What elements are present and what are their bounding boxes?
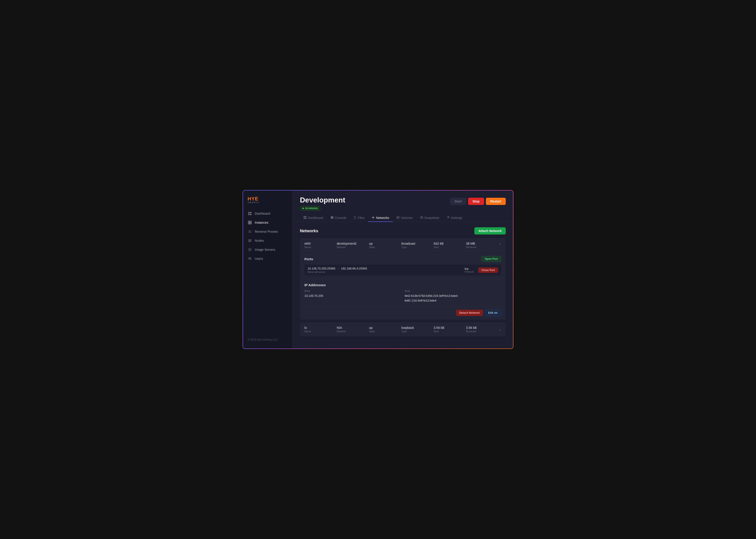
app-inner: HYE ARARAT Dashboard	[243, 191, 513, 348]
ip-section-title: IP Addresses	[304, 283, 501, 287]
svg-point-22	[397, 216, 399, 217]
sidebar-item-nodes[interactable]: Nodes	[243, 236, 292, 245]
dashboard-icon	[248, 211, 252, 216]
sidebar-item-instances[interactable]: Instances	[243, 218, 292, 227]
ipv4-group: IPv4 10.138.70.205	[304, 290, 401, 303]
page-header: Development RUNNING Start Stop Restart	[293, 191, 513, 211]
logo-hye: HYE	[248, 196, 259, 201]
svg-rect-5	[249, 221, 251, 224]
lo-sent-col: 3.56 kB Sent	[434, 326, 466, 333]
tab-dashboard[interactable]: Dashboard	[300, 214, 327, 222]
eth0-name-col: eth0 Name	[304, 242, 337, 249]
port-protocol: tcp Protocol	[465, 267, 474, 273]
eth0-sent-label: Sent	[434, 246, 466, 249]
close-port-button[interactable]: Close Port	[478, 268, 498, 273]
eth0-received-label: Recieved	[466, 246, 498, 249]
tab-console[interactable]: Console	[327, 214, 350, 222]
page-title: Development	[300, 196, 345, 204]
stop-button[interactable]: Stop	[468, 198, 484, 205]
tab-console-icon	[331, 216, 334, 220]
tab-files[interactable]: Files	[350, 214, 368, 222]
port-protocol-label: Protocol	[465, 270, 474, 273]
status-dot	[302, 208, 304, 209]
lo-type-col: loopback Type	[402, 326, 434, 333]
svg-rect-1	[250, 212, 252, 213]
network-card-lo: lo Name N/A Network up State loopback	[300, 322, 506, 336]
svg-rect-15	[304, 216, 305, 217]
tab-settings-label: Settings	[451, 216, 462, 220]
port-addresses: 10.138.70.205:25565 → 192.168.66.4:25565…	[308, 267, 460, 273]
lo-name-value: lo	[304, 326, 337, 330]
networks-section-header: Networks Attach Network	[300, 227, 506, 235]
tab-volumes-label: Volumes	[401, 216, 413, 220]
sidebar-item-dashboard[interactable]: Dashboard	[243, 209, 292, 218]
svg-point-14	[250, 258, 251, 259]
sidebar-nav: Dashboard Instances	[243, 209, 292, 263]
edit-nic-button[interactable]: Edit nic	[485, 310, 501, 316]
sidebar-item-dashboard-label: Dashboard	[255, 212, 270, 215]
ipv6-label: IPv6	[405, 290, 501, 293]
image-servers-icon	[248, 247, 252, 252]
network-row-lo[interactable]: lo Name N/A Network up State loopback	[300, 322, 506, 336]
sidebar-item-image-servers[interactable]: Image Servers	[243, 245, 292, 254]
header-actions: Start Stop Restart	[450, 196, 506, 205]
tab-networks-label: Networks	[376, 216, 389, 220]
tab-volumes-icon	[397, 216, 400, 220]
sidebar-item-reverse-proxies-label: Reverse Proxies	[255, 230, 278, 233]
network-row-eth0[interactable]: eth0 Name development2 Network up State	[300, 238, 506, 252]
tab-snapshots[interactable]: Snapshots	[416, 214, 443, 222]
network-actions-eth0: Detach Network Edit nic	[304, 307, 501, 316]
ip-section: IP Addresses IPv4 10.138.70.205 IPv6 fd4…	[304, 279, 501, 303]
eth0-network-label: Network	[337, 246, 369, 249]
eth0-state-label: State	[369, 246, 401, 249]
eth0-name-value: eth0	[304, 242, 337, 245]
lo-chevron-icon: ⌄	[498, 327, 501, 331]
tab-volumes[interactable]: Volumes	[393, 214, 416, 222]
svg-rect-8	[248, 240, 252, 240]
lo-sent-value: 3.56 kB	[434, 326, 466, 330]
eth0-type-col: broadcast Type	[402, 242, 434, 249]
svg-rect-18	[305, 218, 306, 219]
restart-button[interactable]: Restart	[486, 198, 506, 205]
lo-type-label: Type	[402, 330, 434, 333]
ipv4-label: IPv4	[304, 290, 401, 293]
svg-point-13	[249, 258, 250, 259]
svg-point-6	[250, 231, 250, 231]
port-addr-text: 10.138.70.205:25565 → 192.168.66.4:25565	[308, 267, 460, 270]
detach-network-button[interactable]: Detach Network	[456, 310, 483, 316]
svg-point-21	[373, 217, 374, 218]
eth0-chevron-icon: ⌃	[498, 243, 501, 247]
tab-networks[interactable]: Networks	[368, 214, 393, 222]
lo-name-label: Name	[304, 330, 337, 333]
attach-network-button[interactable]: Attach Network	[474, 227, 506, 235]
open-port-button[interactable]: Open Port	[481, 256, 501, 262]
tabs: Dashboard Console Files	[293, 211, 513, 222]
svg-rect-3	[250, 214, 252, 215]
nodes-icon	[248, 238, 252, 243]
ipv6-line-1: fd42:613b:6792:b36b:216:3eff:fe12:bde4	[405, 294, 501, 298]
tab-snapshots-label: Snapshots	[424, 216, 439, 220]
start-button[interactable]: Start	[450, 198, 466, 205]
sidebar-item-reverse-proxies[interactable]: Reverse Proxies	[243, 227, 292, 236]
ipv6-values: fd42:613b:6792:b36b:216:3eff:fe12:bde4 f…	[405, 294, 501, 303]
eth0-sent-value: 642 kB	[434, 242, 466, 245]
ip-grid: IPv4 10.138.70.205 IPv6 fd42:613b:6792:b…	[304, 290, 501, 303]
instances-icon	[248, 220, 252, 225]
port-arrow-icon: →	[337, 267, 340, 270]
port-label: Minecraft server	[308, 270, 460, 273]
tab-settings[interactable]: Settings	[443, 214, 466, 222]
svg-rect-10	[248, 241, 252, 242]
ports-header: Ports Open Port	[304, 256, 501, 262]
svg-point-7	[250, 232, 250, 233]
svg-rect-0	[248, 212, 250, 213]
sidebar-item-users[interactable]: Users	[243, 254, 292, 263]
svg-rect-9	[248, 240, 252, 241]
status-badge: RUNNING	[300, 206, 321, 211]
eth0-network-col: development2 Network	[337, 242, 369, 249]
tab-console-label: Console	[335, 216, 346, 220]
eth0-expanded: Ports Open Port 10.138.70.205:25565 → 19…	[300, 252, 506, 320]
lo-sent-label: Sent	[434, 330, 466, 333]
eth0-type-label: Type	[402, 246, 434, 249]
tab-dashboard-label: Dashboard	[308, 216, 323, 220]
network-card-eth0: eth0 Name development2 Network up State	[300, 238, 506, 320]
